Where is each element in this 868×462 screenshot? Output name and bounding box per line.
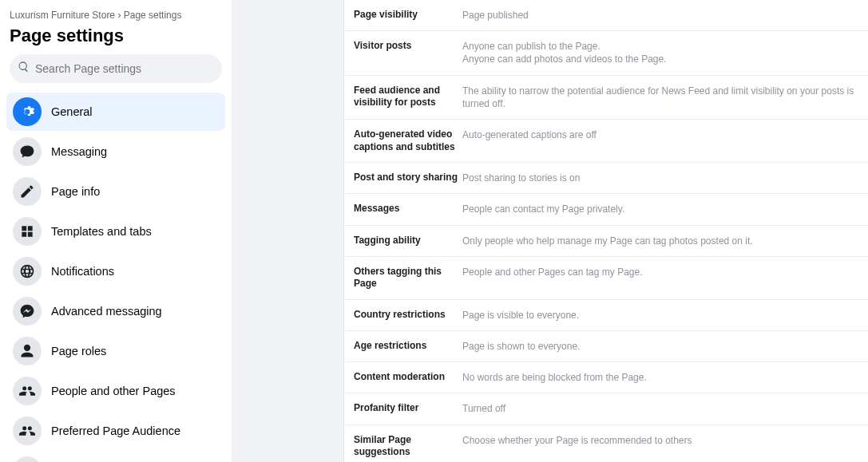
settings-row-value: People and other Pages can tag my Page. [462,266,858,290]
settings-row-label: Auto-generated video captions and subtit… [354,128,462,153]
page-title: Page settings [6,24,225,54]
breadcrumb: Luxurism Furniture Store › Page settings [6,6,225,24]
search-box[interactable] [10,54,222,83]
sidebar-item-label: Preferred Page Audience [51,424,180,437]
settings-row[interactable]: Profanity filterTurned off [344,393,868,424]
people-icon [13,377,42,405]
search-input[interactable] [35,62,214,75]
sidebar-item-templates[interactable]: Templates and tabs [6,212,225,251]
sidebar-item-label: Page roles [51,345,106,357]
settings-row-label: Messages [354,203,462,215]
sidebar-item-label: Messaging [51,145,107,158]
settings-panel: Page visibilityPage publishedVisitor pos… [343,0,868,462]
settings-row[interactable]: Auto-generated video captions and subtit… [344,120,868,163]
settings-row-label: Post and story sharing [354,172,462,184]
breadcrumb-store-link[interactable]: Luxurism Furniture Store [10,10,115,21]
sidebar-item-notifications[interactable]: Notifications [6,252,225,290]
settings-row-label: Similar Page suggestions [354,434,462,459]
pencil-icon [13,177,42,206]
people-icon [13,417,42,445]
settings-row-label: Tagging ability [354,235,462,247]
settings-row[interactable]: Post and story sharingPost sharing to st… [344,163,868,194]
settings-row-value: Only people who help manage my Page can … [462,235,858,247]
settings-row-value: Page published [462,9,858,22]
settings-row[interactable]: Page visibilityPage published [344,0,868,31]
messenger-icon [13,297,42,326]
settings-row-value: People can contact my Page privately. [462,203,858,215]
sidebar-item-label: Templates and tabs [51,225,152,238]
sidebar-item-label: Advanced messaging [51,305,162,318]
sidebar-item-page-roles[interactable]: Page roles [6,332,225,370]
settings-row[interactable]: MessagesPeople can contact my Page priva… [344,194,868,225]
sidebar-item-issue-ads[interactable]: issue, electoral or political ads [6,452,225,462]
sidebar-item-messaging[interactable]: Messaging [6,132,225,171]
settings-row-label: Profanity filter [354,402,462,415]
settings-row-label: Page visibility [354,9,462,22]
search-icon [18,61,30,77]
sidebar-nav: GeneralMessagingPage infoTemplates and t… [6,93,225,462]
settings-row-label: Visitor posts [354,40,462,65]
settings-row[interactable]: Content moderationNo words are being blo… [344,362,868,393]
settings-row-value: Anyone can publish to the Page.Anyone ca… [462,40,858,65]
settings-row-value: Choose whether your Page is recommended … [462,434,858,459]
settings-row-value: Page is visible to everyone. [462,309,858,322]
sidebar-item-label: People and other Pages [51,385,176,397]
sidebar: Luxurism Furniture Store › Page settings… [0,0,232,462]
settings-row[interactable]: Age restrictionsPage is shown to everyon… [344,331,868,362]
settings-row-label: Country restrictions [354,309,462,322]
settings-row[interactable]: Others tagging this PagePeople and other… [344,257,868,300]
sidebar-item-general[interactable]: General [6,93,225,131]
sidebar-item-preferred-audience[interactable]: Preferred Page Audience [6,412,225,450]
breadcrumb-current: Page settings [124,10,182,21]
settings-row-value: No words are being blocked from the Page… [462,371,858,384]
settings-row-label: Feed audience and visibility for posts [354,85,462,110]
sidebar-item-label: General [51,105,93,118]
sidebar-item-people-pages[interactable]: People and other Pages [6,372,225,410]
sidebar-item-label: Page info [51,185,100,198]
settings-row[interactable]: Tagging abilityOnly people who help mana… [344,226,868,257]
settings-row-label: Age restrictions [354,340,462,353]
settings-row-value: Turned off [462,402,858,415]
compass-icon [13,456,42,462]
settings-row[interactable]: Visitor postsAnyone can publish to the P… [344,31,868,75]
chat-icon [13,137,42,166]
sidebar-item-label: Notifications [51,265,114,278]
gear-icon [13,97,42,126]
settings-row-value: The ability to narrow the potential audi… [462,85,858,110]
settings-row-value: Post sharing to stories is on [462,172,858,184]
settings-row-value: Auto-generated captions are off [462,128,858,153]
sidebar-item-advanced-messaging[interactable]: Advanced messaging [6,292,225,330]
settings-row-label: Content moderation [354,371,462,384]
breadcrumb-separator: › [117,10,121,21]
settings-row-value: Page is shown to everyone. [462,340,858,353]
settings-row-label: Others tagging this Page [354,266,462,290]
settings-row[interactable]: Country restrictionsPage is visible to e… [344,300,868,331]
person-icon [13,337,42,365]
settings-row[interactable]: Similar Page suggestionsChoose whether y… [344,425,868,462]
sidebar-item-page-info[interactable]: Page info [6,172,225,211]
settings-row[interactable]: Feed audience and visibility for postsTh… [344,76,868,120]
globe-icon [13,257,42,286]
main-area: Page visibilityPage publishedVisitor pos… [232,0,868,462]
grid-icon [13,217,42,246]
